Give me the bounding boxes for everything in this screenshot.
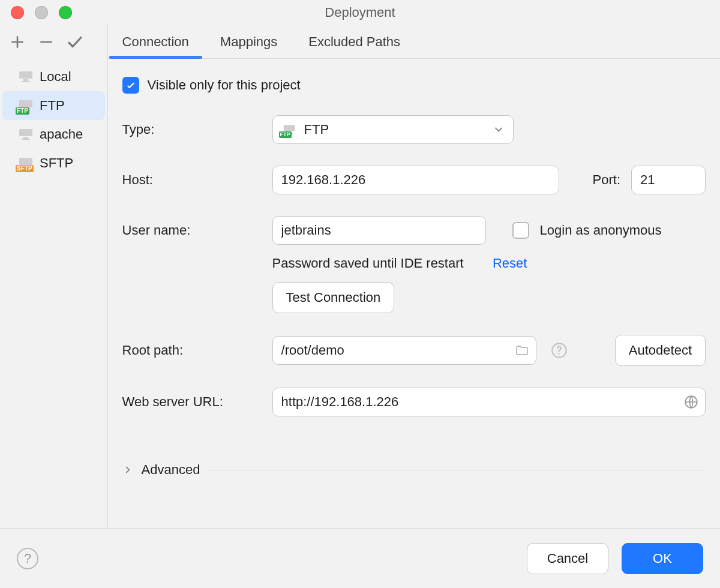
port-input[interactable] bbox=[631, 166, 706, 194]
server-ftp-icon: FTP bbox=[281, 124, 298, 136]
svg-rect-6 bbox=[19, 129, 32, 136]
server-ftp-icon: FTP bbox=[18, 99, 35, 112]
cancel-button[interactable]: Cancel bbox=[527, 543, 608, 574]
visible-only-checkbox-row[interactable]: Visible only for this project bbox=[122, 77, 706, 94]
web-server-url-label: Web server URL: bbox=[122, 394, 262, 410]
sidebar-item-ftp[interactable]: FTP FTP bbox=[2, 91, 105, 120]
checkbox-checked-icon[interactable] bbox=[122, 77, 139, 94]
window-zoom-icon[interactable] bbox=[59, 6, 72, 19]
window-title: Deployment bbox=[325, 5, 395, 20]
web-server-url-input-field[interactable] bbox=[281, 388, 677, 416]
anonymous-checkbox[interactable] bbox=[512, 222, 529, 239]
content-panel: Connection Mappings Excluded Paths Visib… bbox=[108, 25, 720, 528]
open-in-browser-icon[interactable] bbox=[682, 393, 700, 411]
test-connection-button[interactable]: Test Connection bbox=[272, 282, 395, 313]
anonymous-label: Login as anonymous bbox=[540, 223, 662, 238]
browse-folder-icon[interactable] bbox=[513, 341, 531, 359]
ftp-badge-icon: FTP bbox=[16, 107, 29, 115]
ok-button[interactable]: OK bbox=[622, 543, 703, 574]
window-minimize-icon[interactable] bbox=[35, 6, 48, 19]
svg-rect-12 bbox=[283, 125, 295, 131]
svg-rect-7 bbox=[23, 137, 28, 139]
username-label: User name: bbox=[122, 223, 262, 238]
ftp-badge-icon: FTP bbox=[279, 131, 292, 138]
sidebar-item-label: apache bbox=[40, 127, 83, 142]
web-server-url-input[interactable] bbox=[272, 388, 706, 416]
root-path-label: Root path: bbox=[122, 343, 262, 358]
advanced-label: Advanced bbox=[142, 462, 200, 478]
dialog-footer: ? Cancel OK bbox=[0, 528, 720, 588]
svg-point-16 bbox=[558, 353, 560, 355]
tab-mappings[interactable]: Mappings bbox=[220, 25, 277, 58]
divider bbox=[208, 470, 706, 470]
advanced-section-toggle[interactable]: Advanced bbox=[122, 462, 706, 478]
traffic-lights bbox=[11, 0, 72, 25]
add-icon[interactable] bbox=[8, 33, 26, 51]
host-input[interactable] bbox=[272, 166, 559, 194]
host-label: Host: bbox=[122, 172, 262, 188]
sidebar-item-apache[interactable]: apache bbox=[0, 120, 107, 149]
password-saved-text: Password saved until IDE restart bbox=[272, 256, 464, 271]
reset-password-link[interactable]: Reset bbox=[493, 256, 527, 271]
username-input-field[interactable] bbox=[281, 217, 477, 244]
svg-rect-1 bbox=[23, 79, 28, 81]
port-input-field[interactable] bbox=[640, 166, 697, 194]
sidebar-item-label: Local bbox=[40, 69, 71, 85]
sidebar: Local FTP FTP bbox=[0, 25, 108, 528]
type-label: Type: bbox=[122, 122, 262, 137]
sidebar-item-label: SFTP bbox=[40, 155, 73, 171]
sidebar-item-label: FTP bbox=[40, 98, 65, 113]
svg-rect-0 bbox=[19, 71, 32, 79]
svg-rect-8 bbox=[22, 139, 30, 140]
svg-rect-2 bbox=[22, 81, 30, 82]
port-label: Port: bbox=[593, 172, 620, 188]
host-input-field[interactable] bbox=[281, 166, 550, 194]
username-input[interactable] bbox=[272, 216, 486, 245]
titlebar: Deployment bbox=[0, 0, 720, 25]
help-icon[interactable]: ? bbox=[17, 548, 38, 569]
server-icon bbox=[18, 128, 35, 141]
server-icon bbox=[18, 70, 35, 83]
server-sftp-icon: SFTP bbox=[18, 157, 35, 170]
autodetect-button[interactable]: Autodetect bbox=[615, 335, 706, 366]
help-icon[interactable] bbox=[547, 338, 571, 362]
chevron-down-icon bbox=[493, 124, 505, 136]
tabs: Connection Mappings Excluded Paths bbox=[108, 25, 720, 59]
tab-connection[interactable]: Connection bbox=[122, 25, 189, 58]
type-select[interactable]: FTP FTP bbox=[272, 115, 514, 144]
type-value: FTP bbox=[304, 122, 329, 137]
chevron-right-icon bbox=[122, 464, 133, 475]
sidebar-item-local[interactable]: Local bbox=[0, 62, 107, 91]
svg-rect-3 bbox=[19, 100, 32, 107]
sidebar-toolbar bbox=[0, 25, 107, 59]
remove-icon[interactable] bbox=[37, 33, 55, 51]
window-close-icon[interactable] bbox=[11, 6, 24, 19]
tab-excluded-paths[interactable]: Excluded Paths bbox=[308, 25, 400, 58]
sftp-badge-icon: SFTP bbox=[16, 165, 34, 172]
server-list: Local FTP FTP bbox=[0, 59, 107, 178]
root-path-input-field[interactable] bbox=[281, 337, 508, 364]
visible-only-label: Visible only for this project bbox=[148, 77, 301, 93]
sidebar-item-sftp[interactable]: SFTP SFTP bbox=[0, 149, 107, 178]
root-path-input[interactable] bbox=[272, 336, 536, 365]
svg-rect-9 bbox=[19, 158, 32, 165]
set-default-check-icon[interactable] bbox=[66, 33, 84, 51]
